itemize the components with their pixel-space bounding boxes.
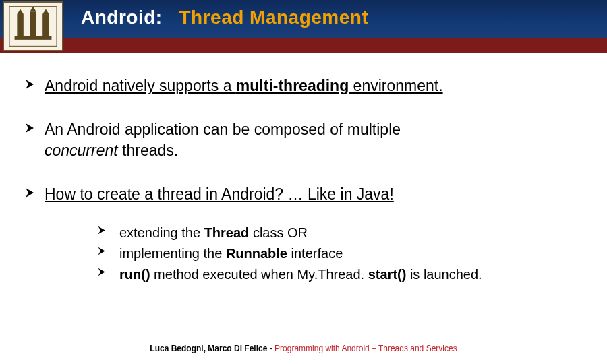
svg-rect-1 [17,14,23,36]
sub-bullet-item: run() method executed when My.Thread. st… [97,266,583,284]
arrow-bullet-icon [97,225,107,235]
bullet-item: Android natively supports a multi-thread… [24,75,583,96]
svg-rect-2 [30,11,36,36]
svg-rect-4 [15,36,52,40]
slide-body: Android natively supports a multi-thread… [0,53,607,284]
slide-footer: Luca Bedogni, Marco Di Felice - Programm… [0,344,607,353]
footer-course: Programming with Android – Threads and S… [274,344,457,353]
title-banner: Android: Thread Management [0,0,607,53]
red-bar [0,38,607,53]
svg-rect-3 [42,14,49,36]
bullet-item: How to create a thread in Android? … Lik… [24,184,583,205]
bullet-text: How to create a thread in Android? … Lik… [45,184,394,205]
footer-authors: Luca Bedogni, Marco Di Felice [150,344,267,353]
bullet-item: An Android application can be composed o… [24,119,583,161]
slide: Android: Thread Management Android nativ… [0,0,607,364]
sub-bullet-item: extending the Thread class OR [97,224,583,242]
sub-bullet-text: implementing the Runnable interface [119,245,343,263]
bullet-text: Android natively supports a multi-thread… [45,75,443,96]
footer-dash: - [267,344,274,353]
sub-bullet-text: run() method executed when My.Thread. st… [119,266,482,284]
arrow-bullet-icon [24,122,36,134]
arrow-bullet-icon [24,78,36,90]
sub-bullet-text: extending the Thread class OR [119,224,308,242]
arrow-bullet-icon [97,246,107,256]
slide-title: Android: Thread Management [81,7,368,28]
bullet-text: An Android application can be composed o… [45,119,401,161]
title-accent: Thread Management [179,7,368,28]
title-prefix: Android: [81,7,163,28]
sub-bullet-list: extending the Thread class OR implementi… [97,224,583,284]
university-seal [3,1,63,51]
arrow-bullet-icon [97,267,107,277]
sub-bullet-item: implementing the Runnable interface [97,245,583,263]
arrow-bullet-icon [24,187,36,199]
